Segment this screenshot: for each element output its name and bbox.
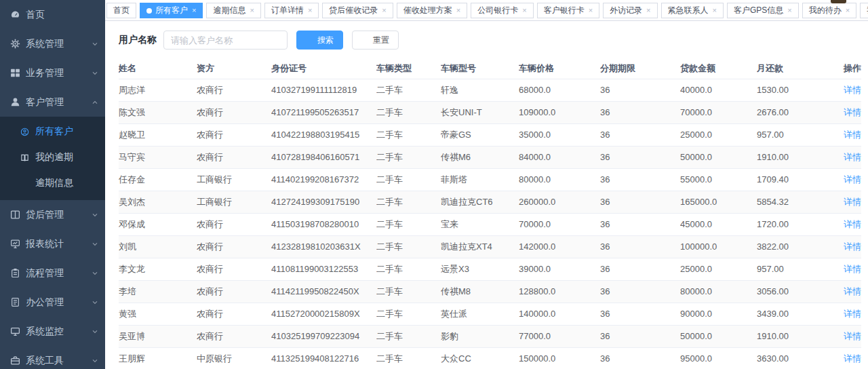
table-cell: 1910.00 [757, 325, 831, 347]
table-row: 黄强农商行41152720000215809X二手车英仕派140000.0369… [119, 303, 861, 325]
table-cell: 英仕派 [441, 303, 519, 325]
table-cell: 二手车 [376, 146, 441, 168]
sidebar-item-流程管理[interactable]: 流程管理 [0, 258, 105, 288]
sidebar-subitem-我的逾期[interactable]: 我的逾期 [0, 144, 105, 170]
detail-link[interactable]: 详情 [844, 353, 861, 364]
tab-紧急联系人[interactable]: 紧急联系人× [661, 3, 724, 18]
content-panel: 用户名称 搜索 重置 姓名资方身份证号车辆类型车辆型号车辆价格分期期限贷款金额 [105, 21, 868, 369]
table-cell: 1709.40 [757, 168, 831, 191]
close-icon[interactable]: × [713, 7, 717, 14]
detail-link[interactable]: 详情 [844, 107, 861, 117]
sidebar-item-报表统计[interactable]: 报表统计 [0, 229, 105, 258]
close-icon[interactable]: × [192, 7, 196, 14]
sidebar-item-首页[interactable]: 首页 [0, 0, 105, 29]
tab-我的待办[interactable]: 我的待办× [802, 3, 856, 18]
detail-link[interactable]: 详情 [844, 219, 861, 229]
close-icon[interactable]: × [646, 7, 650, 14]
table-cell: 3439.00 [757, 303, 831, 325]
table-cell: 25000.0 [680, 258, 757, 280]
table-cell: 70000.0 [680, 101, 757, 123]
table-cell: 80000.0 [680, 280, 757, 303]
chevron-down-icon [92, 299, 98, 306]
table-row: 李培农商行41142119950822450X二手车传祺M8128800.036… [119, 280, 861, 303]
detail-link[interactable]: 详情 [844, 331, 861, 341]
detail-link[interactable]: 详情 [844, 286, 861, 296]
detail-link[interactable]: 详情 [844, 174, 861, 184]
table-cell: 二手车 [376, 325, 441, 347]
reset-button[interactable]: 重置 [352, 31, 399, 50]
column-header-贷款金额: 贷款金额 [680, 58, 757, 79]
sidebar-item-办公管理[interactable]: 办公管理 [0, 288, 105, 317]
table-cell: 260000.0 [519, 191, 600, 213]
table-cell: 128800.0 [519, 280, 600, 303]
tab-我的流程[interactable]: 我的流程× [860, 3, 868, 18]
search-icon [306, 36, 314, 44]
table-row: 李文龙农商行411081199003122553二手车远景X339000.036… [119, 258, 861, 280]
table-cell-action: 详情 [831, 101, 861, 123]
close-icon[interactable]: × [456, 7, 460, 14]
table-cell: 周志洋 [119, 79, 197, 101]
table-cell: 农商行 [197, 123, 271, 146]
sidebar-item-系统工具[interactable]: 系统工具 [0, 346, 105, 369]
doc-icon [10, 297, 20, 307]
tab-催收处理方案[interactable]: 催收处理方案× [397, 3, 467, 18]
table-cell: 36 [600, 280, 680, 303]
detail-link[interactable]: 详情 [844, 85, 861, 95]
tab-客户GPS信息[interactable]: 客户GPS信息× [727, 3, 799, 18]
table-row: 陈文强农商行410721199505263517二手车长安UNI-T109000… [119, 101, 861, 123]
book-icon [20, 153, 29, 162]
avatar-partial[interactable] [831, 0, 846, 3]
detail-link[interactable]: 详情 [844, 152, 861, 162]
table-cell: 77000.0 [519, 325, 600, 347]
sidebar-item-业务管理[interactable]: 业务管理 [0, 58, 105, 88]
sidebar-item-系统管理[interactable]: 系统管理 [0, 29, 105, 58]
table-cell: 二手车 [376, 258, 441, 280]
table-cell: 吴亚博 [119, 325, 197, 347]
customer-name-input[interactable] [163, 31, 288, 50]
table-cell: 农商行 [197, 101, 271, 123]
column-header-车辆类型: 车辆类型 [376, 58, 441, 79]
tab-客户银行卡[interactable]: 客户银行卡× [537, 3, 599, 18]
close-icon[interactable]: × [382, 7, 386, 14]
tab-所有客户[interactable]: 所有客户× [140, 3, 203, 18]
sidebar-item-系统监控[interactable]: 系统监控 [0, 317, 105, 346]
search-button[interactable]: 搜索 [296, 31, 343, 50]
tab-label: 紧急联系人 [668, 5, 709, 16]
tab-外访记录[interactable]: 外访记录× [603, 3, 657, 18]
sidebar-subitem-逾期信息[interactable]: 逾期信息 [0, 170, 105, 196]
table-cell: 25000.0 [680, 123, 757, 146]
detail-link[interactable]: 详情 [844, 264, 861, 274]
reset-button-label: 重置 [373, 35, 389, 46]
table-cell: 大众CC [441, 347, 519, 369]
detail-link[interactable]: 详情 [844, 241, 861, 252]
detail-link[interactable]: 详情 [844, 309, 861, 319]
close-icon[interactable]: × [846, 7, 850, 14]
sidebar-subitem-label: 逾期信息 [35, 177, 73, 189]
close-icon[interactable]: × [250, 7, 254, 14]
column-header-分期期限: 分期期限 [600, 58, 680, 79]
tab-逾期信息[interactable]: 逾期信息× [206, 3, 260, 18]
sidebar-subitem-所有客户[interactable]: 所有客户 [0, 119, 105, 144]
close-icon[interactable]: × [308, 7, 312, 14]
tab-公司银行卡[interactable]: 公司银行卡× [471, 3, 533, 18]
tab-贷后催收记录[interactable]: 贷后催收记录× [322, 3, 393, 18]
table-row: 吴刘杰工商银行412724199309175190二手车凯迪拉克CT626000… [119, 191, 861, 213]
close-icon[interactable]: × [589, 7, 593, 14]
table-cell: 李文龙 [119, 258, 197, 280]
table-cell: 农商行 [197, 325, 271, 347]
search-form: 用户名称 搜索 重置 [119, 31, 861, 50]
close-icon[interactable]: × [787, 7, 791, 14]
table-cell: 142000.0 [519, 235, 600, 258]
chevron-down-icon [92, 70, 98, 77]
main-area: 首页所有客户×逾期信息×订单详情×贷后催收记录×催收处理方案×公司银行卡×客户银… [105, 0, 868, 369]
tab-首页[interactable]: 首页 [106, 3, 136, 18]
sidebar-item-贷后管理[interactable]: 贷后管理 [0, 200, 105, 229]
detail-link[interactable]: 详情 [844, 130, 861, 140]
table-cell: 3822.00 [757, 235, 831, 258]
close-icon[interactable]: × [522, 7, 526, 14]
tab-label: 公司银行卡 [477, 5, 518, 16]
detail-link[interactable]: 详情 [844, 197, 861, 207]
sidebar-item-客户管理[interactable]: 客户管理 [0, 88, 105, 117]
tab-订单详情[interactable]: 订单详情× [264, 3, 319, 18]
table-cell: 80000.0 [519, 168, 600, 191]
